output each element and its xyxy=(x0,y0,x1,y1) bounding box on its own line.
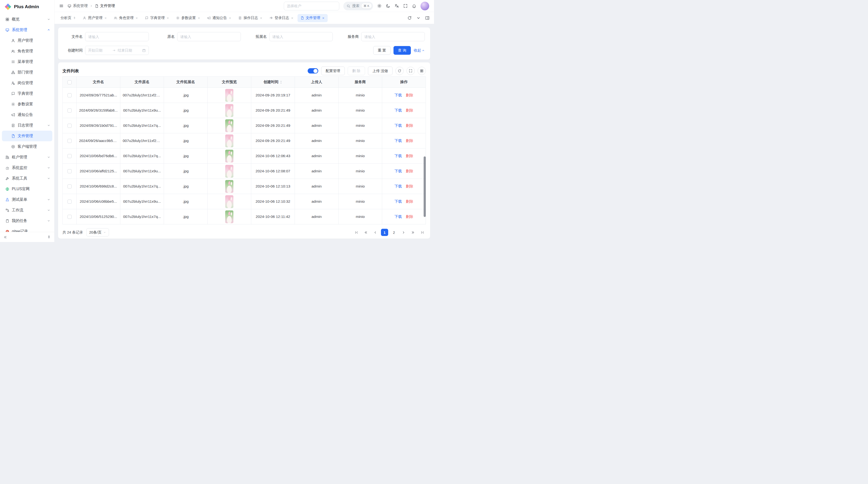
download-link[interactable]: 下载 xyxy=(395,108,402,112)
sidebar-item-workflow[interactable]: 工作流 xyxy=(0,205,54,216)
sidebar-item-roles[interactable]: 角色管理 xyxy=(0,46,54,56)
sidebar-item-params[interactable]: 参数设置 xyxy=(0,99,54,109)
sidebar-item-depts[interactable]: 部门管理 xyxy=(0,67,54,77)
tab-options-chevron-button[interactable] xyxy=(416,16,421,20)
row-checkbox[interactable] xyxy=(67,108,72,112)
sidebar-item-tools[interactable]: 系统工具 xyxy=(0,173,54,184)
file-preview-image[interactable] xyxy=(225,134,234,147)
close-tab-icon[interactable] xyxy=(228,17,231,20)
close-tab-icon[interactable] xyxy=(291,17,294,20)
col-created-time[interactable]: 创建时间 xyxy=(251,77,295,88)
delete-link[interactable]: 删除 xyxy=(406,169,413,173)
refresh-page-button[interactable] xyxy=(407,16,412,20)
table-toggle-switch[interactable] xyxy=(308,68,318,73)
select-all-checkbox[interactable] xyxy=(67,80,72,84)
file-preview-image[interactable] xyxy=(225,180,234,193)
breadcrumb-item-files[interactable]: 文件管理 xyxy=(95,3,115,8)
language-toggle-button[interactable] xyxy=(395,4,399,8)
download-link[interactable]: 下载 xyxy=(395,199,402,203)
download-link[interactable]: 下载 xyxy=(395,93,402,97)
pin-sidebar-button[interactable] xyxy=(47,235,51,239)
column-settings-button[interactable] xyxy=(417,67,426,75)
content-layout-button[interactable] xyxy=(425,16,430,20)
tab-analysis[interactable]: 分析页 xyxy=(58,14,79,22)
row-checkbox[interactable] xyxy=(67,215,72,219)
file-preview-image[interactable] xyxy=(225,104,234,117)
row-checkbox[interactable] xyxy=(67,184,72,189)
upload-button[interactable]: 上传 没做 xyxy=(368,67,393,75)
file-preview-image[interactable] xyxy=(225,119,234,132)
table-scrollbar-thumb[interactable] xyxy=(424,156,426,217)
close-tab-icon[interactable] xyxy=(260,17,262,20)
download-link[interactable]: 下载 xyxy=(395,169,402,173)
file-preview-image[interactable] xyxy=(225,89,234,102)
sidebar-item-gitee[interactable]: gitee记录 xyxy=(0,226,54,232)
file-preview-image[interactable] xyxy=(225,150,234,162)
sort-carets-icon[interactable] xyxy=(280,80,282,84)
tab-params[interactable]: 参数设置 xyxy=(173,14,203,22)
sidebar-item-system[interactable]: 系统管理 xyxy=(0,25,54,35)
row-checkbox[interactable] xyxy=(67,93,72,97)
delete-link[interactable]: 删除 xyxy=(406,93,413,97)
close-tab-icon[interactable] xyxy=(104,17,107,20)
delete-link[interactable]: 删除 xyxy=(406,154,413,158)
collapse-sidebar-button[interactable] xyxy=(3,235,7,239)
settings-gear-button[interactable] xyxy=(377,4,382,8)
download-link[interactable]: 下载 xyxy=(395,215,402,219)
next-page-button[interactable] xyxy=(400,229,407,236)
sidebar-item-my-tasks[interactable]: 我的任务 xyxy=(0,216,54,226)
close-tab-icon[interactable] xyxy=(135,17,138,20)
file-preview-image[interactable] xyxy=(225,195,234,208)
filter-input-provider[interactable] xyxy=(361,32,425,41)
page-button-2[interactable]: 2 xyxy=(390,229,398,236)
sidebar-item-files[interactable]: 文件管理 xyxy=(2,131,52,141)
sidebar-item-menus[interactable]: 菜单管理 xyxy=(0,56,54,67)
tab-notices[interactable]: 通知公告 xyxy=(204,14,235,22)
filter-input-file-name[interactable] xyxy=(85,32,149,41)
table-fullscreen-button[interactable] xyxy=(406,67,415,75)
delete-link[interactable]: 删除 xyxy=(406,138,413,143)
prev-page-button[interactable] xyxy=(372,229,379,236)
page-button-1[interactable]: 1 xyxy=(381,229,388,236)
date-range-input[interactable]: 开始日期 结束日期 xyxy=(85,46,149,55)
sidebar-item-posts[interactable]: 岗位管理 xyxy=(0,77,54,88)
page-size-select[interactable]: 20条/页 xyxy=(86,228,109,236)
row-checkbox[interactable] xyxy=(67,200,72,204)
row-checkbox[interactable] xyxy=(67,124,72,128)
tab-op-logs[interactable]: 操作日志 xyxy=(235,14,266,22)
tab-files[interactable]: 文件管理 xyxy=(298,14,328,22)
dark-mode-toggle-button[interactable] xyxy=(386,4,390,8)
delete-link[interactable]: 删除 xyxy=(406,108,413,112)
tab-login-logs[interactable]: 登录日志 xyxy=(267,14,297,22)
close-tab-icon[interactable] xyxy=(322,17,325,20)
sidebar-item-logs[interactable]: 日志管理 xyxy=(0,120,54,131)
delete-link[interactable]: 删除 xyxy=(406,123,413,128)
download-link[interactable]: 下载 xyxy=(395,123,402,128)
sidebar-item-plus-site[interactable]: PLUS官网 xyxy=(0,184,54,194)
filter-input-extension[interactable] xyxy=(269,32,333,41)
search-button[interactable]: 查 询 xyxy=(394,46,411,55)
fullscreen-button[interactable] xyxy=(403,4,408,8)
row-checkbox[interactable] xyxy=(67,139,72,143)
sidebar-item-clients[interactable]: 客户端管理 xyxy=(0,141,54,152)
file-preview-image[interactable] xyxy=(225,165,234,178)
tab-users[interactable]: 用户管理 xyxy=(80,14,110,22)
row-checkbox[interactable] xyxy=(67,169,72,173)
sidebar-item-dicts[interactable]: 字典管理 xyxy=(0,88,54,99)
tab-roles[interactable]: 角色管理 xyxy=(111,14,141,22)
row-checkbox[interactable] xyxy=(67,154,72,158)
notifications-bell-button[interactable] xyxy=(412,4,416,8)
user-avatar[interactable] xyxy=(421,2,429,10)
delete-selected-button[interactable]: 删 除 xyxy=(348,67,365,75)
download-link[interactable]: 下载 xyxy=(395,138,402,143)
tenant-select-input[interactable] xyxy=(284,2,339,10)
sidebar-item-notices[interactable]: 通知公告 xyxy=(0,109,54,120)
delete-link[interactable]: 删除 xyxy=(406,184,413,188)
sidebar-item-tenants[interactable]: 租户管理 xyxy=(0,152,54,162)
last-page-button[interactable] xyxy=(418,229,426,236)
close-tab-icon[interactable] xyxy=(166,17,169,20)
first-page-button[interactable] xyxy=(353,229,360,236)
delete-link[interactable]: 删除 xyxy=(406,199,413,203)
refresh-table-button[interactable] xyxy=(396,67,404,75)
download-link[interactable]: 下载 xyxy=(395,154,402,158)
